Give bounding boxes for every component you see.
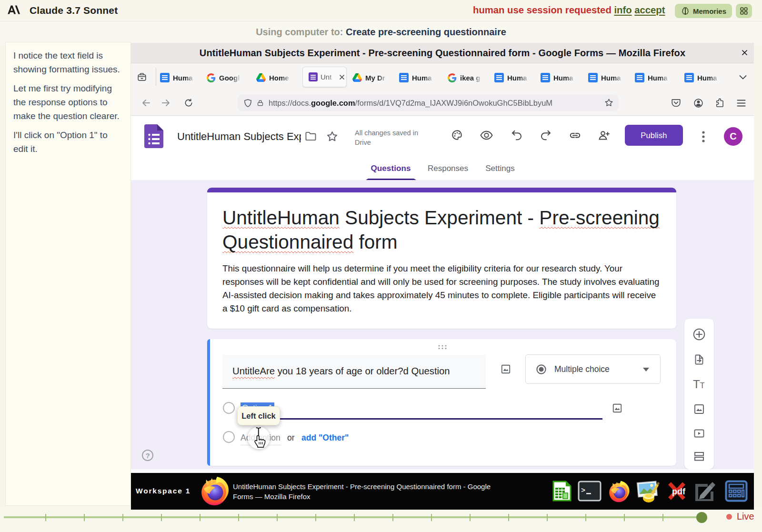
svg-text:pdf: pdf (672, 487, 686, 496)
svg-text:>: > (581, 487, 585, 495)
